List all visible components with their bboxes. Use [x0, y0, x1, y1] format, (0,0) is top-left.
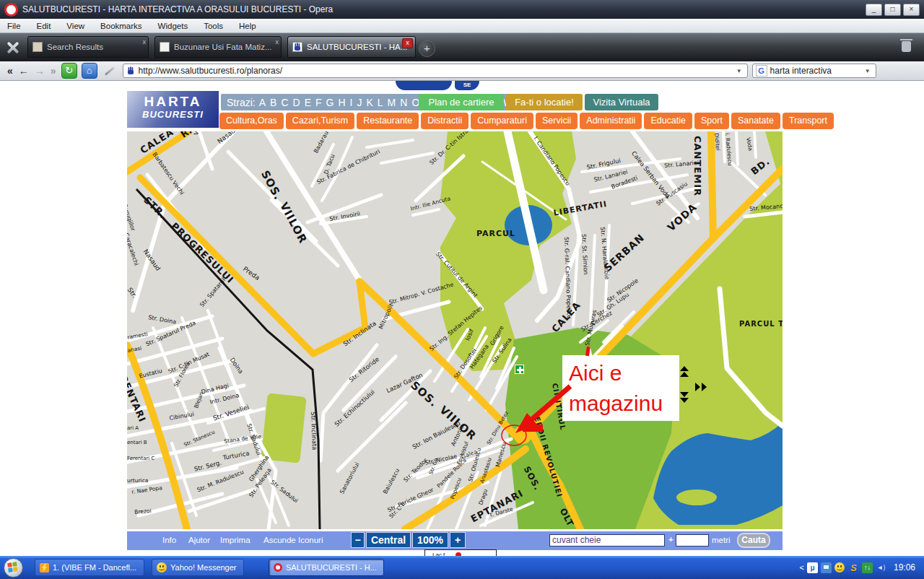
new-tab-button[interactable]: + — [419, 40, 435, 57]
sector-selector[interactable]: Central — [366, 532, 411, 548]
menu-bookmarks[interactable]: Bookmarks — [100, 22, 142, 30]
menu-file[interactable]: File — [7, 22, 21, 30]
taskbar-item-yahoo[interactable]: Yahoo! Messenger — [152, 559, 244, 576]
street-letter-link[interactable]: M — [387, 97, 397, 108]
tab-buzunare[interactable]: Buzunare Usi Fata Matiz... x — [154, 36, 282, 58]
search-field[interactable]: G harta interactiva ▼ — [752, 64, 876, 78]
category-button[interactable]: Cultura,Oras — [219, 113, 284, 129]
map-street-label: EPTANARI — [469, 488, 525, 523]
hand-favicon — [126, 66, 135, 75]
site-logo[interactable]: HARTA BUCURESTI — [127, 91, 219, 128]
taskbar-item-salutbucuresti[interactable]: SALUTBUCURESTI - H... — [269, 559, 384, 576]
tab-label: SALUTBUCURESTI - HA... — [307, 43, 407, 51]
map-street-label: Str. Echinoctiului — [334, 388, 376, 427]
task-label: 1. (VIBE FM - Dancefl... — [53, 563, 136, 572]
trash-icon[interactable] — [902, 41, 911, 52]
volume-tray-icon[interactable]: ◄) — [876, 562, 886, 573]
fast-forward-button[interactable]: » — [51, 65, 56, 77]
panels-toggle-button[interactable] — [3, 38, 23, 57]
category-button[interactable]: Cumparaturi — [471, 113, 533, 129]
reload-button[interactable]: ↻ — [61, 63, 77, 79]
swirl-s-tray-icon[interactable]: S — [848, 562, 859, 573]
taskbar-item-winamp[interactable]: 1. (VIBE FM - Dancefl... — [35, 559, 144, 576]
street-letter-link[interactable]: B — [269, 97, 277, 108]
map-street-label: Str. — [127, 287, 138, 299]
maximize-button[interactable]: □ — [884, 4, 901, 16]
menu-widgets[interactable]: Widgets — [158, 22, 188, 30]
category-button[interactable]: Distractii — [421, 113, 468, 129]
menu-view[interactable]: View — [66, 22, 84, 30]
map-street-label: Anastasiu — [479, 457, 492, 484]
sync-arrows-tray-icon[interactable]: ↑↓ — [862, 562, 873, 573]
network-tray-icon[interactable] — [821, 562, 832, 573]
start-button[interactable] — [4, 558, 23, 578]
zoom-in-button[interactable]: + — [450, 532, 466, 548]
imprima-link[interactable]: Imprima — [220, 536, 250, 544]
street-letter-link[interactable]: D — [292, 97, 301, 108]
chevron-down-icon[interactable]: ▼ — [734, 68, 744, 74]
street-letter-link[interactable]: F — [315, 97, 323, 108]
home-button[interactable]: ⌂ — [82, 63, 97, 79]
menu-bar: File Edit View Bookmarks Widgets Tools H… — [0, 19, 924, 33]
street-letter-link[interactable]: L — [377, 97, 384, 108]
street-letter-link[interactable]: H — [337, 97, 346, 108]
map-pan-up-button[interactable] — [680, 365, 689, 378]
tab-close-icon[interactable]: x — [402, 38, 413, 48]
vizita-virtuala-button[interactable]: Vizita Virtuala — [585, 94, 658, 110]
ajutor-link[interactable]: Ajutor — [188, 536, 210, 544]
tab-label: Buzunare Usi Fata Matiz... — [174, 43, 272, 51]
category-button[interactable]: Servicii — [536, 113, 578, 129]
forward-button[interactable]: → — [35, 65, 45, 77]
street-letter-link[interactable]: A — [258, 97, 266, 108]
category-button[interactable]: Sanatate — [731, 113, 780, 129]
street-letter-link[interactable]: I — [349, 97, 354, 108]
tab-search-results[interactable]: Search Results x — [27, 36, 149, 58]
minimize-button[interactable]: _ — [866, 4, 882, 16]
tray-chevron[interactable]: < — [800, 563, 804, 572]
metri-input[interactable] — [676, 534, 709, 547]
menu-tools[interactable]: Tools — [204, 22, 223, 30]
chevron-down-icon[interactable]: ▼ — [863, 68, 873, 74]
map-street-label: ramesti — [127, 331, 148, 340]
utorrent-tray-icon[interactable]: μ — [807, 562, 818, 573]
plan-de-cartiere-button[interactable]: Plan de cartiere — [419, 94, 504, 110]
menu-edit[interactable]: Edit — [37, 22, 51, 30]
back-button[interactable]: ← — [19, 65, 29, 77]
street-letter-link[interactable]: J — [356, 97, 362, 108]
tab-close-icon[interactable]: x — [276, 38, 279, 45]
close-button[interactable]: × — [903, 4, 920, 16]
tab-salutbucuresti[interactable]: SALUTBUCURESTI - HA... x — [287, 36, 416, 58]
category-button[interactable]: Administratii — [580, 113, 642, 129]
category-button[interactable]: Educatie — [644, 113, 692, 129]
map-pan-down-button[interactable] — [680, 391, 689, 404]
page-favicon — [160, 42, 170, 52]
street-letter-link[interactable]: N — [399, 97, 408, 108]
rewind-button[interactable]: « — [7, 65, 13, 77]
keyword-input[interactable]: cuvant cheie — [549, 534, 665, 547]
map-pan-right-button[interactable] — [694, 381, 707, 394]
map-toolbar: Info Ajutor Imprima Ascunde Iconuri − Ce… — [127, 531, 783, 550]
street-letter-link[interactable]: G — [326, 97, 335, 108]
category-button[interactable]: Restaurante — [357, 113, 419, 129]
fa-ti-o-locatie-button[interactable]: Fa-ti o locatie! — [506, 94, 583, 110]
map-street-label: Turturica — [222, 450, 250, 461]
menu-help[interactable]: Help — [239, 22, 256, 30]
hospital-icon[interactable] — [515, 365, 524, 374]
street-letter-link[interactable]: K — [365, 97, 373, 108]
category-button[interactable]: Transport — [783, 113, 834, 129]
map-street-label: Voda — [746, 137, 754, 152]
zoom-out-button[interactable]: − — [351, 532, 365, 548]
ascunde-iconuri-link[interactable]: Ascunde Iconuri — [263, 536, 323, 544]
map-street-label: STR. — [142, 195, 168, 220]
category-button[interactable]: Sport — [694, 113, 729, 129]
cauta-button[interactable]: Cauta — [737, 533, 770, 548]
map-viewport[interactable]: CALEARASTR.PROGRESULUISOS.VIILORSOS.VIIL… — [127, 131, 783, 529]
category-button[interactable]: Cazari,Turism — [286, 113, 354, 129]
map-street-label: Str. Invoirii — [329, 212, 361, 222]
info-link[interactable]: Info — [162, 536, 176, 544]
tab-close-icon[interactable]: x — [143, 38, 147, 45]
messenger-smiley-tray-icon[interactable] — [834, 562, 845, 573]
street-letter-link[interactable]: E — [304, 97, 312, 108]
street-letter-link[interactable]: C — [280, 97, 289, 108]
url-field[interactable]: http://www.salutbucuresti.ro/planoras/ ▼ — [123, 64, 748, 78]
